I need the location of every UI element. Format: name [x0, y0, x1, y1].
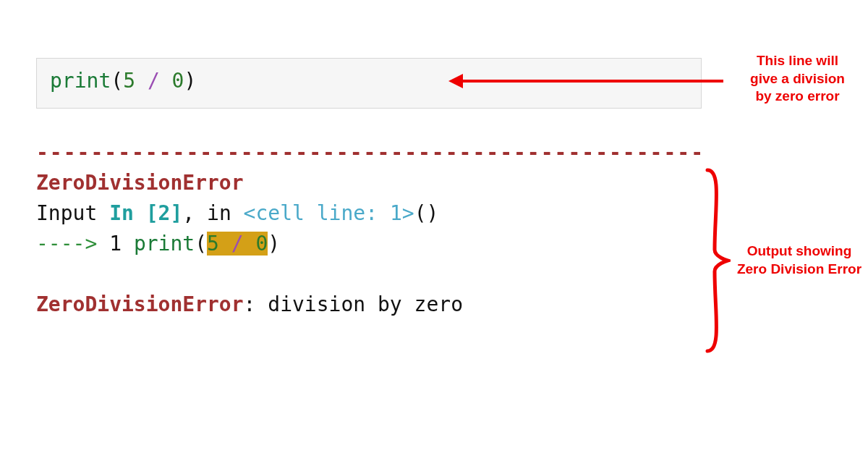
traceback-comma-in: , in [182, 201, 243, 225]
code-token-num1: 5 [123, 69, 135, 93]
traceback-arrow: ----> [36, 232, 109, 256]
code-cell[interactable]: print(5 / 0) [36, 58, 702, 109]
code-token-lparen: ( [111, 69, 123, 93]
brace-icon [702, 166, 731, 355]
annotation-1-line2: give a division [750, 71, 845, 86]
code-token-sp1 [135, 69, 148, 93]
annotation-arrowhead-icon [448, 74, 463, 88]
traceback-final-colon: : [244, 292, 268, 316]
annotation-1-line3: by zero error [755, 88, 839, 104]
output-block: ----------------------------------------… [36, 138, 702, 320]
traceback-cell-line: <cell line: 1> [244, 201, 414, 225]
traceback-parens: () [414, 201, 439, 225]
traceback-func: print [134, 232, 195, 256]
traceback-hl-num2: 0 [255, 232, 268, 256]
annotation-2: Output showing Zero Division Error [731, 242, 868, 278]
traceback-dashes: ----------------------------------------… [36, 140, 705, 164]
traceback-in-bracket: In [2] [109, 201, 182, 225]
traceback-lparen: ( [195, 232, 207, 256]
code-token-rparen: ) [184, 69, 196, 93]
traceback-hl-num1: 5 [207, 232, 219, 256]
code-token-func: print [50, 69, 111, 93]
code-token-sp2 [160, 69, 172, 93]
code-token-op: / [148, 69, 160, 93]
annotation-arrow [456, 80, 723, 83]
annotation-1-line1: This line will [757, 53, 838, 68]
annotation-2-line2: Zero Division Error [737, 261, 861, 276]
traceback-final-error: ZeroDivisionError [36, 292, 244, 316]
traceback-input-word: Input [36, 201, 109, 225]
traceback-lineno: 1 [109, 232, 134, 256]
annotation-1: This line will give a division by zero e… [731, 52, 864, 106]
code-token-num2: 0 [172, 69, 184, 93]
traceback-error-name: ZeroDivisionError [36, 171, 244, 195]
traceback-final-msg: division by zero [268, 292, 463, 316]
annotation-2-line1: Output showing [747, 243, 852, 258]
traceback-rparen: ) [268, 232, 280, 256]
traceback-hl-op: / [219, 232, 256, 256]
